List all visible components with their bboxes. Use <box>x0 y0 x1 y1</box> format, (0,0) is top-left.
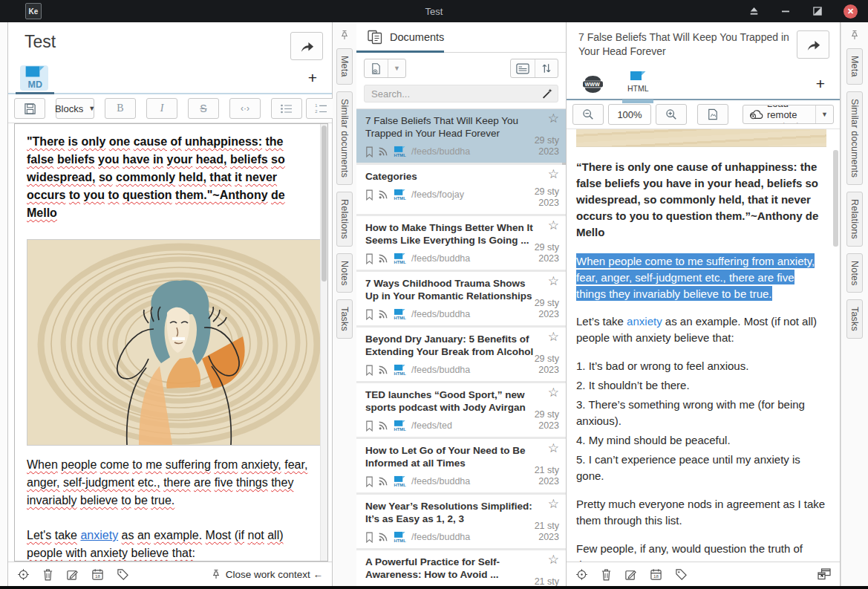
tab-documents[interactable]: Documents <box>367 30 444 45</box>
code-button[interactable]: ‹·› <box>229 98 261 119</box>
tab-html[interactable] <box>627 70 649 99</box>
article-scrollbar[interactable] <box>833 150 838 559</box>
side-tab[interactable]: Notes <box>846 253 863 293</box>
minimize-button[interactable] <box>780 5 792 17</box>
tab-md[interactable] <box>17 62 51 92</box>
tag-icon[interactable] <box>675 568 688 581</box>
md-file-icon <box>23 65 45 90</box>
load-remote-content-button[interactable]: Load remote content <box>743 105 815 123</box>
document-item-date: 29 sty 2023 <box>535 354 559 376</box>
zoom-in-button[interactable] <box>656 104 687 125</box>
side-tab[interactable]: Tasks <box>336 299 353 339</box>
pin-toggle-button[interactable] <box>849 30 860 40</box>
anxiety-link[interactable]: anxiety <box>80 529 118 541</box>
maximize-button[interactable] <box>812 5 823 17</box>
strikethrough-button[interactable]: S <box>188 98 219 119</box>
www-globe-icon <box>581 75 604 94</box>
star-icon[interactable]: ☆ <box>548 331 559 343</box>
star-icon[interactable]: ☆ <box>548 168 559 180</box>
goto-target-icon[interactable] <box>575 568 588 581</box>
documents-panel: Documents ▼ <box>356 22 567 586</box>
document-list[interactable]: 7 False Beliefs That Will Keep You Trapp… <box>356 108 566 586</box>
add-tab-button[interactable]: + <box>816 75 825 99</box>
document-list-item[interactable]: Categories ☆ /feeds/foojay 29 sty 2023 <box>356 165 566 214</box>
view-options-button[interactable] <box>511 59 535 77</box>
shade-window-button[interactable] <box>748 5 760 17</box>
save-button[interactable] <box>14 98 45 119</box>
document-item-meta: /feeds/buddha <box>365 308 517 320</box>
side-tab[interactable]: Notes <box>336 253 353 293</box>
documents-toolbar: ▼ <box>356 53 566 79</box>
tab-www[interactable] <box>581 75 604 99</box>
trash-icon[interactable] <box>601 568 612 581</box>
side-tab[interactable]: Relations <box>846 192 863 247</box>
zoom-out-button[interactable] <box>572 104 604 125</box>
bullet-list-button[interactable] <box>271 98 302 119</box>
italic-button[interactable]: I <box>146 98 177 119</box>
document-list-item[interactable]: 7 Ways Childhood Trauma Shows Up in Your… <box>356 272 566 325</box>
calendar-icon[interactable] <box>91 568 104 581</box>
preview-statusbar <box>567 562 840 586</box>
new-document-dropdown[interactable]: ▼ <box>388 59 405 77</box>
html-file-icon <box>393 420 407 432</box>
edit-note-icon[interactable] <box>66 568 79 581</box>
zoom-level-input[interactable] <box>608 104 651 125</box>
calendar-icon[interactable] <box>650 568 662 581</box>
window-title: Test <box>0 6 868 17</box>
share-icon <box>298 38 316 55</box>
html-file-icon <box>393 475 407 487</box>
blocks-dropdown[interactable]: Blocks ▼ <box>56 98 94 119</box>
star-icon[interactable]: ☆ <box>548 553 559 566</box>
side-tab[interactable]: Similar documents <box>336 91 353 185</box>
document-list-item[interactable]: Beyond Dry January: 5 Benefits of Extend… <box>356 328 566 381</box>
close-work-context[interactable]: Close work context ← <box>211 569 323 580</box>
document-list-item[interactable]: A Powerful Practice for Self-Awareness: … <box>356 550 566 586</box>
sort-button[interactable] <box>535 59 558 77</box>
article-paragraph: Few people, if any, would question the t… <box>576 541 826 562</box>
share-button[interactable] <box>797 30 829 59</box>
reader-view-button[interactable] <box>697 104 728 125</box>
document-item-title: Beyond Dry January: 5 Benefits of Extend… <box>365 333 539 358</box>
side-tab[interactable]: Meta <box>336 48 353 85</box>
goto-target-icon[interactable] <box>17 568 30 581</box>
star-icon[interactable]: ☆ <box>548 498 559 510</box>
rss-icon <box>378 146 388 157</box>
add-tab-button[interactable]: + <box>302 70 323 85</box>
editor-scrollbar[interactable] <box>320 124 327 561</box>
document-list-item[interactable]: TED launches “Good Sport,” new sports po… <box>356 383 566 437</box>
feed-path: /feeds/buddha <box>411 146 470 157</box>
tag-icon[interactable] <box>117 568 129 581</box>
share-button[interactable] <box>290 32 323 60</box>
pin-toggle-button[interactable] <box>339 30 350 40</box>
bookmark-icon <box>365 146 373 157</box>
star-icon[interactable]: ☆ <box>548 112 559 125</box>
open-in-window-icon[interactable] <box>818 568 831 580</box>
bold-button[interactable]: B <box>105 98 136 119</box>
document-item-date: 21 sty 2023 <box>535 521 559 543</box>
article-view[interactable]: “There is only one cause of unhappiness:… <box>567 129 840 562</box>
document-list-item[interactable]: How to Make Things Better When It Seems … <box>356 216 566 270</box>
document-list-item[interactable]: 7 False Beliefs That Will Keep You Trapp… <box>356 109 566 163</box>
star-icon[interactable]: ☆ <box>548 219 559 232</box>
star-icon[interactable]: ☆ <box>548 442 559 455</box>
trash-icon[interactable] <box>42 568 53 581</box>
side-tab[interactable]: Meta <box>846 48 863 85</box>
document-list-item[interactable]: How to Let Go of Your Need to Be Informe… <box>356 439 566 492</box>
side-tab[interactable]: Relations <box>336 192 353 247</box>
star-icon[interactable]: ☆ <box>548 386 559 399</box>
side-tab[interactable]: Similar documents <box>846 91 863 185</box>
rss-icon <box>378 532 388 542</box>
markdown-editor[interactable]: "There is only one cause of unhappiness:… <box>14 123 328 562</box>
anxiety-link[interactable]: anxiety <box>627 315 662 328</box>
load-remote-dropdown[interactable]: ▼ <box>815 105 833 123</box>
search-input[interactable] <box>364 85 558 102</box>
star-icon[interactable]: ☆ <box>548 275 559 287</box>
filter-wand-icon[interactable] <box>541 88 553 100</box>
edit-note-icon[interactable] <box>624 568 637 581</box>
editor-paragraph: When people come to me suffering from an… <box>27 456 310 510</box>
side-tab[interactable]: Tasks <box>846 299 863 339</box>
document-list-item[interactable]: New Year’s Resolutions Simplified: It’s … <box>356 495 566 548</box>
feed-path: /feeds/buddha <box>411 532 470 542</box>
close-button[interactable]: ✕ <box>843 4 858 19</box>
new-document-button[interactable] <box>365 59 388 77</box>
